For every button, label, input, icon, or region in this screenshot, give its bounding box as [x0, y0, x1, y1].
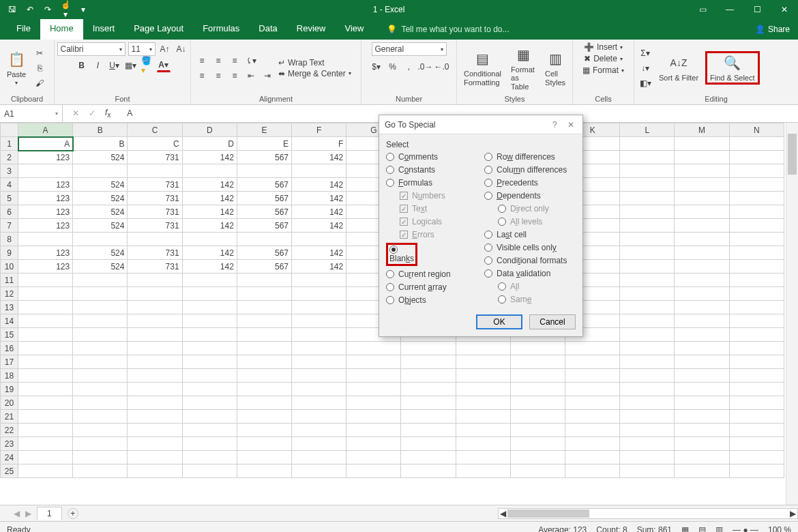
copy-icon[interactable]: ⎘ [33, 61, 46, 75]
cell[interactable] [620, 151, 675, 164]
cell[interactable] [729, 383, 784, 396]
cell[interactable] [401, 355, 456, 369]
add-sheet-icon[interactable]: + [68, 508, 78, 519]
cell[interactable] [675, 260, 729, 274]
cell[interactable]: 142 [182, 151, 237, 164]
cell[interactable] [237, 164, 291, 178]
cell[interactable] [620, 437, 675, 451]
cell[interactable] [346, 383, 401, 396]
cell[interactable] [237, 274, 291, 287]
option-precedents[interactable]: Precedents [484, 178, 576, 188]
cell[interactable] [182, 383, 237, 396]
cell[interactable] [182, 328, 237, 342]
cell[interactable] [675, 205, 729, 219]
cell[interactable] [729, 274, 784, 287]
cell[interactable]: 123 [18, 178, 73, 192]
cell[interactable] [182, 274, 237, 287]
cell[interactable] [565, 383, 620, 396]
view-normal-icon[interactable]: ▦ [681, 525, 689, 533]
cell[interactable] [401, 410, 456, 424]
cell[interactable] [565, 424, 620, 437]
ribbon-options-icon[interactable]: ▭ [689, 0, 716, 19]
cell[interactable] [73, 301, 128, 314]
cell[interactable]: 731 [128, 151, 182, 164]
cell[interactable]: 731 [128, 205, 182, 219]
cell[interactable] [292, 424, 346, 437]
cell[interactable] [729, 369, 784, 383]
cell[interactable] [128, 437, 182, 451]
cell[interactable] [346, 355, 401, 369]
share-button[interactable]: 👤 Share [747, 19, 798, 40]
cell[interactable] [456, 410, 510, 424]
cell[interactable]: 123 [18, 205, 73, 219]
cell[interactable] [675, 369, 729, 383]
align-top-icon[interactable]: ≡ [195, 54, 209, 68]
cell[interactable] [510, 396, 565, 410]
tab-view[interactable]: View [335, 19, 373, 40]
cell[interactable] [729, 260, 784, 274]
cell[interactable] [128, 410, 182, 424]
cell[interactable]: 731 [128, 219, 182, 233]
row-header[interactable]: 14 [1, 314, 18, 328]
cell[interactable] [675, 233, 729, 246]
cell-styles-button[interactable]: ▥Cell Styles [542, 49, 568, 86]
cell[interactable]: C [128, 137, 182, 151]
cell[interactable] [401, 396, 456, 410]
column-header[interactable]: F [292, 123, 346, 137]
zoom-slider[interactable]: — ● — [733, 525, 758, 533]
row-header[interactable]: 12 [1, 287, 18, 301]
cell[interactable]: 123 [18, 260, 73, 274]
cell[interactable]: 524 [73, 219, 128, 233]
cell[interactable] [510, 424, 565, 437]
tab-page-layout[interactable]: Page Layout [124, 19, 193, 40]
column-header[interactable]: D [182, 123, 237, 137]
font-name-combo[interactable]: Calibri▾ [57, 42, 125, 56]
row-header[interactable]: 17 [1, 355, 18, 369]
sort-filter-button[interactable]: A↓ZSort & Filter [656, 53, 701, 82]
cell[interactable] [510, 355, 565, 369]
cell[interactable] [729, 219, 784, 233]
cell[interactable] [292, 396, 346, 410]
cell[interactable] [237, 451, 291, 464]
cell[interactable] [729, 451, 784, 464]
cell[interactable] [73, 410, 128, 424]
cell[interactable] [510, 342, 565, 355]
cell[interactable] [128, 314, 182, 328]
cell[interactable]: 524 [73, 260, 128, 274]
cell[interactable] [237, 369, 291, 383]
option-objects[interactable]: Objects [386, 295, 477, 305]
cell[interactable] [237, 437, 291, 451]
cell[interactable] [128, 328, 182, 342]
cell[interactable] [18, 328, 73, 342]
cell[interactable]: 524 [73, 192, 128, 205]
select-all-cell[interactable] [1, 123, 18, 137]
cell[interactable]: 567 [237, 219, 291, 233]
cell[interactable] [675, 301, 729, 314]
cell[interactable] [456, 451, 510, 464]
cell[interactable] [292, 274, 346, 287]
option-formulas[interactable]: Formulas [386, 178, 477, 188]
cell[interactable] [675, 328, 729, 342]
cell[interactable]: 123 [18, 151, 73, 164]
column-header[interactable]: E [237, 123, 291, 137]
option-constants[interactable]: Constants [386, 165, 477, 175]
cell[interactable]: 142 [182, 178, 237, 192]
cell[interactable]: 567 [237, 151, 291, 164]
fill-icon[interactable]: ↓▾ [638, 61, 652, 75]
cell[interactable] [128, 274, 182, 287]
name-box[interactable]: A1▾ [0, 105, 63, 122]
cell[interactable] [18, 437, 73, 451]
cell[interactable] [346, 424, 401, 437]
cell[interactable] [128, 451, 182, 464]
cell[interactable] [73, 355, 128, 369]
cell[interactable] [675, 246, 729, 260]
cell[interactable] [237, 383, 291, 396]
indent-increase-icon[interactable]: ⇥ [261, 69, 274, 83]
cancel-button[interactable]: Cancel [529, 314, 576, 329]
option-dependents[interactable]: Dependents [484, 191, 576, 201]
cell[interactable] [729, 342, 784, 355]
row-header[interactable]: 25 [1, 464, 18, 478]
zoom-level[interactable]: 100 % [768, 525, 791, 533]
cell[interactable] [401, 464, 456, 478]
column-header[interactable]: B [73, 123, 128, 137]
